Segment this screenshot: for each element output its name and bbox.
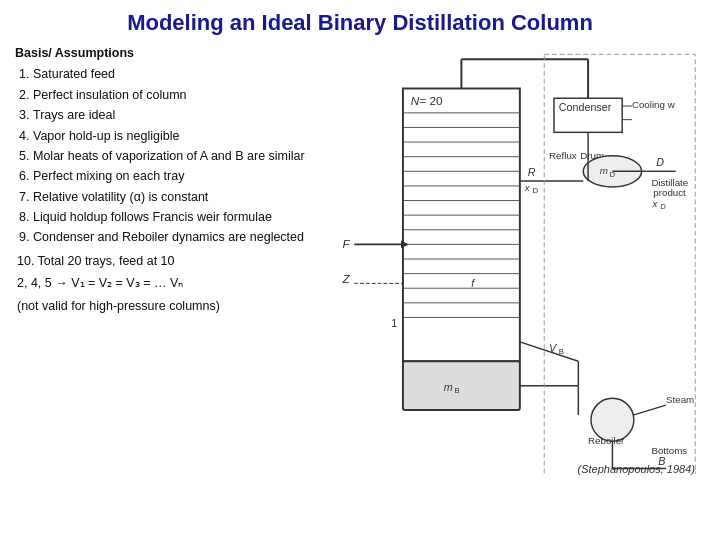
basis-header: Basis/ Assumptions — [15, 44, 320, 63]
left-text-panel: Basis/ Assumptions Saturated feed Perfec… — [15, 44, 320, 477]
list-item: Trays are ideal — [33, 106, 320, 125]
svg-text:Condenser: Condenser — [559, 101, 612, 113]
list-item: Molar heats of vaporization of A and B a… — [33, 147, 320, 166]
svg-rect-0 — [403, 88, 520, 361]
page: Modeling an Ideal Binary Distillation Co… — [0, 0, 720, 540]
svg-text:N: N — [411, 94, 420, 107]
svg-text:f: f — [471, 277, 475, 289]
svg-text:D: D — [660, 202, 666, 211]
list-item: Vapor hold-up is negligible — [33, 127, 320, 146]
svg-line-60 — [634, 405, 666, 415]
list-item: Saturated feed — [33, 65, 320, 84]
svg-rect-50 — [403, 361, 520, 410]
list-item: Liquid holdup follows Francis weir formu… — [33, 208, 320, 227]
svg-text:D: D — [656, 156, 664, 168]
diagram-panel: N = 20 Condenser Cooling w Reflux Drum — [325, 44, 705, 477]
svg-text:Reflux: Reflux — [549, 150, 577, 161]
content-area: Basis/ Assumptions Saturated feed Perfec… — [15, 44, 705, 477]
svg-text:m: m — [600, 165, 608, 176]
svg-text:Reboiler: Reboiler — [588, 435, 625, 446]
list-item: Perfect mixing on each tray — [33, 167, 320, 186]
svg-text:= 20: = 20 — [420, 94, 444, 107]
svg-text:m: m — [444, 381, 453, 393]
svg-text:1: 1 — [391, 317, 397, 329]
citation: (Stephanopoulos, 1984) — [578, 463, 695, 475]
assumptions-list: Saturated feed Perfect insulation of col… — [15, 65, 320, 247]
extra-line-2: 2, 4, 5 → V₁ = V₂ = V₃ = … Vₙ — [15, 274, 320, 293]
svg-text:x: x — [651, 198, 658, 209]
distillation-diagram: N = 20 Condenser Cooling w Reflux Drum — [325, 44, 705, 474]
svg-text:R: R — [528, 166, 536, 178]
extra-line-3: (not valid for high-pressure columns) — [15, 297, 320, 316]
svg-text:product: product — [653, 187, 686, 198]
svg-text:B: B — [455, 386, 460, 395]
svg-text:Bottoms: Bottoms — [651, 445, 687, 456]
extra-line-1: 10. Total 20 trays, feed at 10 — [15, 252, 320, 271]
svg-text:Cooling w: Cooling w — [632, 99, 676, 110]
list-item: Relative volatility (α) is constant — [33, 188, 320, 207]
svg-text:Z: Z — [342, 272, 351, 285]
list-item: Condenser and Reboiler dynamics are negl… — [33, 228, 320, 247]
svg-text:D: D — [533, 186, 539, 195]
svg-marker-44 — [401, 240, 409, 248]
svg-text:F: F — [343, 237, 351, 250]
svg-text:x: x — [524, 182, 531, 193]
svg-text:Steam: Steam — [666, 394, 694, 405]
page-title: Modeling an Ideal Binary Distillation Co… — [15, 10, 705, 36]
list-item: Perfect insulation of column — [33, 86, 320, 105]
